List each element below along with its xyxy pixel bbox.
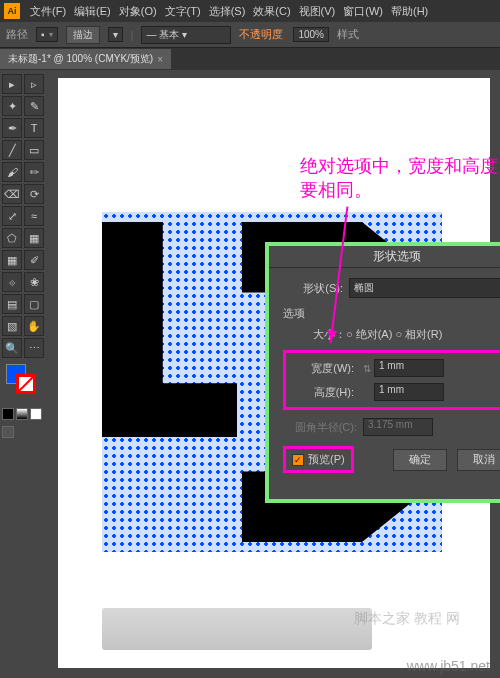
pencil-tool[interactable]: ✏ [24,162,44,182]
hand-tool[interactable]: ✋ [24,316,44,336]
selection-tool[interactable]: ▸ [2,74,22,94]
tab-close-icon[interactable]: × [157,54,163,65]
annotation-text: 绝对选项中，宽度和高度 要相同。 [300,154,498,202]
direct-select-tool[interactable]: ▹ [24,74,44,94]
gradient-mode-icon[interactable] [16,408,28,420]
options-bar: 路径 ▪▾ 描边 ▾ | — 基本 ▾ 不透明度 100% 样式 [0,22,500,48]
tab-title: 未标题-1* @ 100% (CMYK/预览) [8,52,153,66]
fill-stroke-swatch[interactable] [6,364,32,390]
pen-tool[interactable]: ✒ [2,118,22,138]
size-mode-radios[interactable]: 大小：○ 绝对(A) ○ 相对(R) [313,327,500,342]
magic-wand-tool[interactable]: ✦ [2,96,22,116]
menu-type[interactable]: 文字(T) [163,4,203,19]
width-tool[interactable]: ≈ [24,206,44,226]
screen-mode-icon[interactable] [2,426,14,438]
line-tool[interactable]: ╱ [2,140,22,160]
app-icon: Ai [4,3,20,19]
blend-tool[interactable]: ⟐ [2,272,22,292]
options-section-label: 选项 [283,306,500,321]
document-tabs: 未标题-1* @ 100% (CMYK/预览) × [0,48,500,70]
link-icon[interactable]: ⇅ [360,361,374,375]
menu-effect[interactable]: 效果(C) [251,4,292,19]
graph-tool[interactable]: ▤ [2,294,22,314]
mesh-tool[interactable]: ▦ [2,250,22,270]
panel-title: 形状选项 ▾ [269,246,500,268]
menu-file[interactable]: 文件(F) [28,4,68,19]
scale-tool[interactable]: ⤢ [2,206,22,226]
stroke-swatch[interactable] [16,374,36,394]
watermark-text: 脚本之家 教程 网 [354,610,460,628]
rotate-tool[interactable]: ⟳ [24,184,44,204]
height-label: 高度(H): [294,385,354,400]
opacity-label: 不透明度 [239,27,283,42]
width-height-highlight: 宽度(W): ⇅ 1 mm 高度(H): 1 mm [283,350,500,410]
type-tool[interactable]: T [24,118,44,138]
menu-window[interactable]: 窗口(W) [341,4,385,19]
rectangle-tool[interactable]: ▭ [24,140,44,160]
stroke-button[interactable]: 描边 [66,26,100,44]
corner-radius-input: 3.175 mm [363,418,433,436]
separator: | [131,29,134,41]
menu-object[interactable]: 对象(O) [117,4,159,19]
slice-tool[interactable]: ▧ [2,316,22,336]
shape-builder-tool[interactable]: ⬠ [2,228,22,248]
shape-dropdown[interactable]: 椭圆▾ [349,278,500,298]
stroke-dropdown[interactable]: ▾ [108,27,123,42]
opacity-input[interactable]: 100% [293,27,329,42]
menu-help[interactable]: 帮助(H) [389,4,430,19]
preview-label: 预览(P) [308,452,345,467]
menu-select[interactable]: 选择(S) [207,4,248,19]
color-mode-icon[interactable] [2,408,14,420]
fill-dropdown[interactable]: ▪▾ [36,27,58,42]
menubar: Ai 文件(F) 编辑(E) 对象(O) 文字(T) 选择(S) 效果(C) 视… [0,0,500,22]
preview-highlight: ✓ 预览(P) [283,446,354,473]
path-label: 路径 [6,27,28,42]
brush-dropdown[interactable]: — 基本 ▾ [141,26,231,44]
extra-tool[interactable]: ⋯ [24,338,44,358]
eraser-tool[interactable]: ⌫ [2,184,22,204]
menu-view[interactable]: 视图(V) [297,4,338,19]
brush-tool[interactable]: 🖌 [2,162,22,182]
eyedropper-tool[interactable]: ✐ [24,250,44,270]
canvas[interactable]: 绝对选项中，宽度和高度 要相同。 形状选项 ▾ 形状(S): 椭圆▾ 选项 大小… [48,70,500,678]
zoom-tool[interactable]: 🔍 [2,338,22,358]
corner-radius-label: 圆角半径(C): [283,420,357,435]
placeholder-bar [102,608,372,650]
tools-panel: ▸▹ ✦✎ ✒T ╱▭ 🖌✏ ⌫⟳ ⤢≈ ⬠▦ ▦✐ ⟐❀ ▤▢ ▧✋ 🔍⋯ [0,70,48,678]
height-input[interactable]: 1 mm [374,383,444,401]
artboard-tool[interactable]: ▢ [24,294,44,314]
document-tab[interactable]: 未标题-1* @ 100% (CMYK/预览) × [0,49,171,69]
gradient-tool[interactable]: ▦ [24,228,44,248]
shape-options-panel: 形状选项 ▾ 形状(S): 椭圆▾ 选项 大小：○ 绝对(A) ○ 相对(R) … [265,242,500,503]
style-label: 样式 [337,27,359,42]
symbol-tool[interactable]: ❀ [24,272,44,292]
cancel-button[interactable]: 取消 [457,449,500,471]
lasso-tool[interactable]: ✎ [24,96,44,116]
preview-checkbox[interactable]: ✓ [292,454,304,466]
width-label: 宽度(W): [294,361,354,376]
shape-label: 形状(S): [283,281,343,296]
width-input[interactable]: 1 mm [374,359,444,377]
none-mode-icon[interactable] [30,408,42,420]
watermark-url: www.jb51.net [407,658,490,674]
menu-edit[interactable]: 编辑(E) [72,4,113,19]
ok-button[interactable]: 确定 [393,449,447,471]
